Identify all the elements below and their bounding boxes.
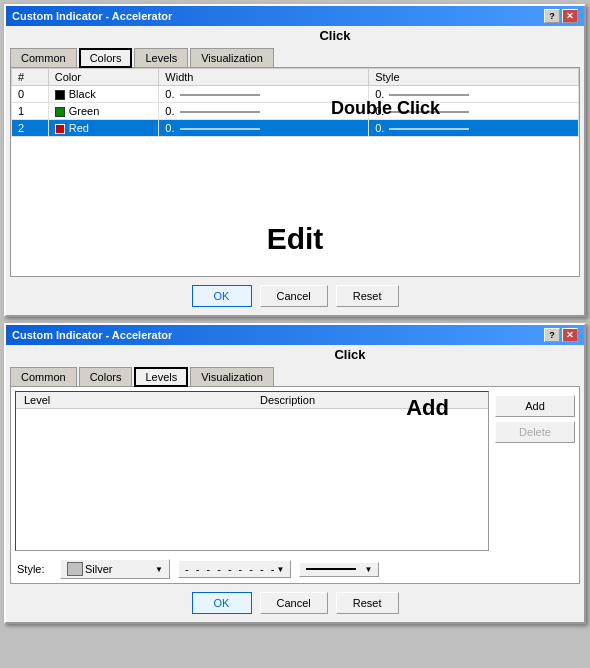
dash-select[interactable]: - - - - - - - - - ▼ bbox=[178, 560, 291, 578]
levels-list-body bbox=[16, 409, 488, 539]
tab-colors-1[interactable]: Colors bbox=[79, 48, 133, 68]
edit-label: Edit bbox=[11, 222, 579, 256]
dialog-1: Custom Indicator - Accelerator ? ✕ Click… bbox=[4, 4, 586, 317]
tab-common-1[interactable]: Common bbox=[10, 48, 77, 68]
dialog-2: Custom Indicator - Accelerator ? ✕ Click… bbox=[4, 323, 586, 624]
style-row: Style: Silver ▼ - - - - - - - - - ▼ ▼ bbox=[11, 555, 579, 583]
tab-visualization-2[interactable]: Visualization bbox=[190, 367, 274, 387]
help-button-2[interactable]: ? bbox=[544, 328, 560, 342]
table-row-selected[interactable]: 2 Red 0. 0. bbox=[12, 120, 579, 137]
table-row[interactable]: 0 Black 0. 0. bbox=[12, 86, 579, 103]
col-style: Style bbox=[369, 69, 579, 86]
ok-button-1[interactable]: OK bbox=[192, 285, 252, 307]
ok-button-2[interactable]: OK bbox=[192, 592, 252, 614]
dialog-footer-1: OK Cancel Reset bbox=[6, 277, 584, 315]
dialog-footer-2: OK Cancel Reset bbox=[6, 584, 584, 622]
color-label: Silver bbox=[85, 563, 113, 575]
color-table: # Color Width Style 0 Black 0. 0. 1 bbox=[11, 68, 579, 137]
table-row[interactable]: 1 Green 0. 0. bbox=[12, 103, 579, 120]
dialog-content-2: Add Level Description Add bbox=[10, 386, 580, 584]
tab-levels-1[interactable]: Levels bbox=[134, 48, 188, 68]
dash-arrow-icon: ▼ bbox=[276, 565, 284, 574]
tab-colors-2[interactable]: Colors bbox=[79, 367, 133, 387]
tab-levels-2[interactable]: Levels bbox=[134, 367, 188, 387]
line-arrow-icon: ▼ bbox=[364, 565, 372, 574]
cancel-button-1[interactable]: Cancel bbox=[260, 285, 328, 307]
add-level-button[interactable]: Add bbox=[495, 395, 575, 417]
col-description: Description bbox=[252, 392, 488, 408]
style-label: Style: bbox=[17, 563, 52, 575]
title-bar-buttons-1: ? ✕ bbox=[544, 9, 578, 23]
tabs-2: Common Colors Levels Visualization bbox=[6, 362, 584, 386]
dialog-2-title: Custom Indicator - Accelerator bbox=[12, 329, 172, 341]
tab-common-2[interactable]: Common bbox=[10, 367, 77, 387]
color-arrow-icon: ▼ bbox=[155, 565, 163, 574]
color-swatch bbox=[67, 562, 83, 576]
click-label-1: Click bbox=[6, 26, 584, 43]
col-level: Level bbox=[16, 392, 252, 408]
color-select[interactable]: Silver ▼ bbox=[60, 559, 170, 579]
levels-panel: Level Description Add Delete bbox=[11, 387, 579, 555]
help-button-1[interactable]: ? bbox=[544, 9, 560, 23]
col-color: Color bbox=[48, 69, 159, 86]
reset-button-1[interactable]: Reset bbox=[336, 285, 399, 307]
click-label-2: Click bbox=[6, 345, 584, 362]
line-select[interactable]: ▼ bbox=[299, 562, 379, 577]
title-bar-1: Custom Indicator - Accelerator ? ✕ bbox=[6, 6, 584, 26]
col-num: # bbox=[12, 69, 49, 86]
tab-visualization-1[interactable]: Visualization bbox=[190, 48, 274, 68]
line-value bbox=[306, 568, 356, 570]
dialog-1-title: Custom Indicator - Accelerator bbox=[12, 10, 172, 22]
delete-level-button[interactable]: Delete bbox=[495, 421, 575, 443]
close-button-1[interactable]: ✕ bbox=[562, 9, 578, 23]
title-bar-buttons-2: ? ✕ bbox=[544, 328, 578, 342]
reset-button-2[interactable]: Reset bbox=[336, 592, 399, 614]
dialog-content-1: Double Click # Color Width Style 0 Black… bbox=[10, 67, 580, 277]
double-click-label: Double Click bbox=[331, 98, 440, 119]
levels-side-buttons: Add Delete bbox=[495, 391, 575, 551]
cancel-button-2[interactable]: Cancel bbox=[260, 592, 328, 614]
tabs-1: Common Colors Levels Visualization bbox=[6, 43, 584, 67]
col-width: Width bbox=[159, 69, 369, 86]
close-button-2[interactable]: ✕ bbox=[562, 328, 578, 342]
add-label: Add bbox=[406, 395, 449, 421]
dash-value: - - - - - - - - - bbox=[185, 563, 276, 575]
title-bar-2: Custom Indicator - Accelerator ? ✕ bbox=[6, 325, 584, 345]
